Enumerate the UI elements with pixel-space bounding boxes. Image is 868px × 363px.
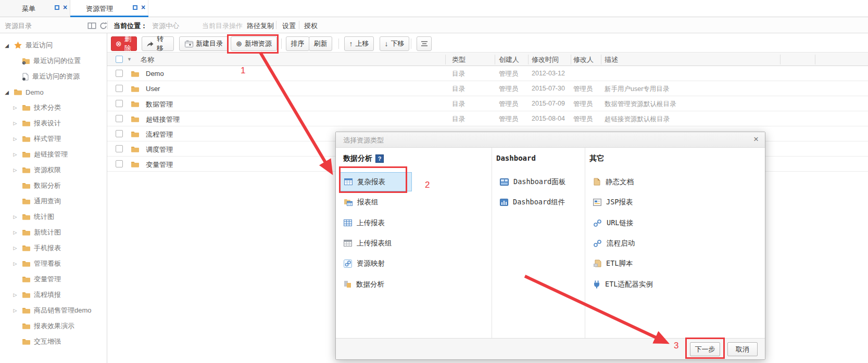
column-header-type[interactable]: 类型 (452, 55, 466, 64)
tree-expander-icon[interactable]: ▷ (11, 121, 19, 126)
table-row[interactable]: 数据管理目录管理员2015-07-09管理员数据管理资源默认根目录 (107, 96, 868, 111)
row-checkbox[interactable] (116, 115, 123, 122)
chevron-down-icon[interactable]: ▼ (127, 57, 132, 62)
tree-item[interactable]: ◢最近访问 (0, 37, 106, 53)
close-icon[interactable]: × (63, 3, 67, 11)
static-doc-icon (593, 178, 601, 186)
view-options-button[interactable] (417, 36, 432, 51)
cell-name[interactable]: 调度管理 (146, 145, 173, 154)
column-header-modified-time[interactable]: 修改时间 (532, 55, 559, 64)
tree-expander-icon[interactable]: ▷ (11, 292, 19, 297)
authorize-link[interactable]: 授权 (304, 21, 318, 31)
column-header-modifier[interactable]: 修改人 (573, 55, 594, 64)
table-row[interactable]: Demo目录管理员2012-03-12 (107, 66, 868, 81)
tree-item[interactable]: ▷超链接管理 (0, 147, 106, 162)
resource-type-item[interactable]: JSP报表 (588, 192, 637, 212)
cell-name[interactable]: Demo (146, 70, 164, 77)
cancel-button[interactable]: 取消 (727, 342, 758, 356)
tree-item[interactable]: ▷统计图 (0, 209, 106, 225)
tree-item[interactable]: 最近访问的资源 (0, 69, 106, 84)
tree-expander-icon[interactable]: ▷ (11, 230, 19, 235)
move-down-button[interactable]: ↓下移 (380, 36, 409, 51)
row-checkbox[interactable] (116, 85, 123, 92)
column-header-creator[interactable]: 创建人 (499, 55, 519, 64)
collapse-panel-icon[interactable] (87, 22, 96, 31)
dialog-header[interactable]: 选择资源类型 × (336, 132, 765, 148)
close-icon[interactable]: × (753, 134, 759, 145)
table-row[interactable]: User目录管理员2015-07-30管理员新手用户user专用目录 (107, 81, 868, 96)
resource-type-item[interactable]: 上传报表 (339, 213, 389, 232)
select-all-checkbox[interactable] (116, 56, 123, 63)
tree-expander-icon[interactable]: ▷ (11, 136, 19, 141)
row-checkbox[interactable] (116, 160, 123, 167)
resource-type-item[interactable]: 资源映射 (339, 254, 389, 273)
row-checkbox[interactable] (116, 70, 123, 77)
next-button[interactable]: 下一步 (690, 342, 720, 356)
tree-item[interactable]: ▷手机报表 (0, 240, 106, 256)
resource-type-item[interactable]: 静态文档 (588, 172, 638, 191)
help-icon[interactable]: ? (375, 154, 384, 163)
cell-name[interactable]: 流程管理 (146, 130, 173, 139)
tree-item[interactable]: ▷管理看板 (0, 256, 106, 271)
tree-expander-icon[interactable]: ▷ (11, 214, 19, 219)
tree-item[interactable]: 通用查询 (0, 193, 106, 209)
tree-item[interactable]: 变量管理 (0, 271, 106, 287)
refresh-tree-icon[interactable] (99, 22, 107, 32)
tree-expander-icon[interactable]: ▷ (11, 308, 19, 313)
tree-expander-icon[interactable]: ◢ (3, 89, 10, 95)
row-checkbox[interactable] (116, 130, 123, 137)
tree-item[interactable]: ▷样式管理 (0, 131, 106, 147)
refresh-button[interactable]: 刷新 (309, 36, 332, 51)
row-checkbox[interactable] (116, 145, 123, 152)
tree-item[interactable]: ▷商品销售管理demo (0, 303, 106, 318)
tree-expander-icon[interactable]: ▷ (11, 261, 19, 266)
resource-type-item[interactable]: Dashboard面板 (495, 172, 570, 191)
tree-expander-icon[interactable]: ▷ (11, 245, 19, 251)
new-folder-button[interactable]: 新建目录 (179, 36, 229, 51)
maximize-icon[interactable] (133, 5, 137, 10)
tree-item[interactable]: 报表效果演示 (0, 318, 106, 334)
tab-resource-management[interactable]: 资源管理 × (70, 0, 148, 17)
close-icon[interactable]: × (141, 3, 145, 11)
resource-type-item[interactable]: ETL脚本 (588, 254, 637, 273)
sort-button[interactable]: 排序 (286, 36, 309, 51)
tree-item[interactable]: ▷流程填报 (0, 287, 106, 303)
tree-expander-icon[interactable]: ▷ (11, 105, 19, 110)
new-resource-button[interactable]: ⊕新增资源 (231, 36, 277, 51)
tree-item[interactable]: ▷报表设计 (0, 115, 106, 131)
tree-item[interactable]: 最近访问的位置 (0, 53, 106, 69)
resource-type-item[interactable]: 复杂报表 (339, 172, 412, 191)
tree-item[interactable]: ▷新统计图 (0, 225, 106, 240)
resource-type-item[interactable]: 报表组 (339, 192, 383, 212)
tree-item[interactable]: ◢Demo (0, 84, 106, 100)
settings-link[interactable]: 设置 (282, 21, 296, 31)
etl-script-icon (593, 260, 601, 267)
maximize-icon[interactable] (55, 5, 59, 10)
column-header-name[interactable]: 名称 (141, 55, 154, 64)
cell-name[interactable]: 变量管理 (146, 160, 173, 170)
resource-type-item[interactable]: 上传报表组 (339, 234, 397, 253)
copy-path-link[interactable]: 路径复制 (247, 21, 274, 31)
column-header-description[interactable]: 描述 (605, 55, 618, 64)
tree-item[interactable]: ▷资源权限 (0, 162, 106, 178)
tree-expander-icon[interactable]: ▷ (11, 167, 19, 173)
cell-name[interactable]: 数据管理 (146, 100, 173, 109)
table-row[interactable]: 超链接管理目录管理员2015-08-04管理员超链接资源默认根目录 (107, 111, 868, 126)
tree-item[interactable]: ▷技术分类 (0, 100, 106, 115)
tree-expander-icon[interactable]: ▷ (11, 152, 19, 157)
tab-menu[interactable]: 菜单 × (0, 0, 70, 17)
tree-expander-icon[interactable]: ◢ (3, 43, 10, 48)
move-up-button[interactable]: ↑上移 (344, 36, 374, 51)
row-checkbox[interactable] (116, 100, 123, 107)
resource-type-item[interactable]: URL链接 (588, 213, 638, 232)
resource-type-item[interactable]: ETL适配器实例 (588, 275, 658, 294)
cell-name[interactable]: 超链接管理 (146, 115, 180, 124)
tree-item[interactable]: 数据分析 (0, 178, 106, 193)
resource-type-item[interactable]: Dashboard组件 (495, 192, 570, 212)
resource-type-item[interactable]: 数据分析 (339, 275, 389, 294)
transfer-button[interactable]: 转移 (142, 36, 174, 51)
tree-item[interactable]: 交互增强 (0, 334, 106, 349)
delete-button[interactable]: ⊗删除 (111, 36, 137, 51)
resource-type-item[interactable]: 流程启动 (588, 234, 639, 253)
cell-name[interactable]: User (146, 85, 160, 93)
